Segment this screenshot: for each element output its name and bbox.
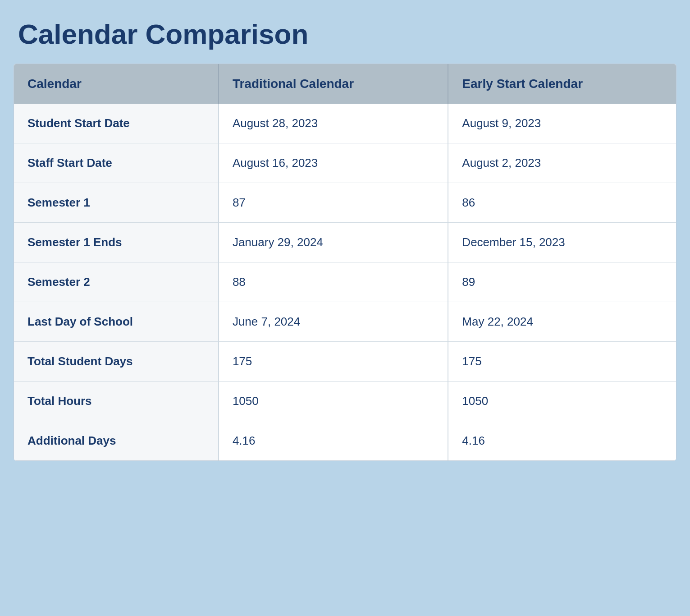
row-early-start-0: August 9, 2023 xyxy=(448,104,676,143)
row-traditional-3: January 29, 2024 xyxy=(219,223,448,262)
col-header-early-start: Early Start Calendar xyxy=(448,64,676,104)
row-early-start-4: 89 xyxy=(448,262,676,302)
table-row: Total Student Days175175 xyxy=(14,342,676,382)
row-traditional-2: 87 xyxy=(219,183,448,223)
page-title: Calendar Comparison xyxy=(14,18,676,50)
row-label-4: Semester 2 xyxy=(14,262,219,302)
table-row: Staff Start DateAugust 16, 2023August 2,… xyxy=(14,143,676,183)
row-label-0: Student Start Date xyxy=(14,104,219,143)
row-traditional-1: August 16, 2023 xyxy=(219,143,448,183)
row-early-start-7: 1050 xyxy=(448,382,676,421)
table-row: Semester 28889 xyxy=(14,262,676,302)
table-row: Semester 1 EndsJanuary 29, 2024December … xyxy=(14,223,676,262)
row-label-7: Total Hours xyxy=(14,382,219,421)
row-early-start-2: 86 xyxy=(448,183,676,223)
row-early-start-5: May 22, 2024 xyxy=(448,302,676,342)
row-label-1: Staff Start Date xyxy=(14,143,219,183)
row-label-6: Total Student Days xyxy=(14,342,219,382)
col-header-calendar: Calendar xyxy=(14,64,219,104)
row-label-5: Last Day of School xyxy=(14,302,219,342)
header-row: Calendar Traditional Calendar Early Star… xyxy=(14,64,676,104)
row-label-2: Semester 1 xyxy=(14,183,219,223)
comparison-table: Calendar Traditional Calendar Early Star… xyxy=(14,64,676,460)
row-traditional-4: 88 xyxy=(219,262,448,302)
row-traditional-0: August 28, 2023 xyxy=(219,104,448,143)
table-row: Additional Days4.164.16 xyxy=(14,421,676,461)
row-early-start-3: December 15, 2023 xyxy=(448,223,676,262)
table-row: Semester 18786 xyxy=(14,183,676,223)
row-traditional-8: 4.16 xyxy=(219,421,448,461)
comparison-table-container: Calendar Traditional Calendar Early Star… xyxy=(14,64,676,461)
col-header-traditional: Traditional Calendar xyxy=(219,64,448,104)
table-row: Student Start DateAugust 28, 2023August … xyxy=(14,104,676,143)
row-early-start-6: 175 xyxy=(448,342,676,382)
table-row: Total Hours10501050 xyxy=(14,382,676,421)
row-label-3: Semester 1 Ends xyxy=(14,223,219,262)
row-label-8: Additional Days xyxy=(14,421,219,461)
row-early-start-1: August 2, 2023 xyxy=(448,143,676,183)
table-header: Calendar Traditional Calendar Early Star… xyxy=(14,64,676,104)
table-row: Last Day of SchoolJune 7, 2024May 22, 20… xyxy=(14,302,676,342)
row-traditional-7: 1050 xyxy=(219,382,448,421)
row-early-start-8: 4.16 xyxy=(448,421,676,461)
table-body: Student Start DateAugust 28, 2023August … xyxy=(14,104,676,460)
row-traditional-6: 175 xyxy=(219,342,448,382)
row-traditional-5: June 7, 2024 xyxy=(219,302,448,342)
